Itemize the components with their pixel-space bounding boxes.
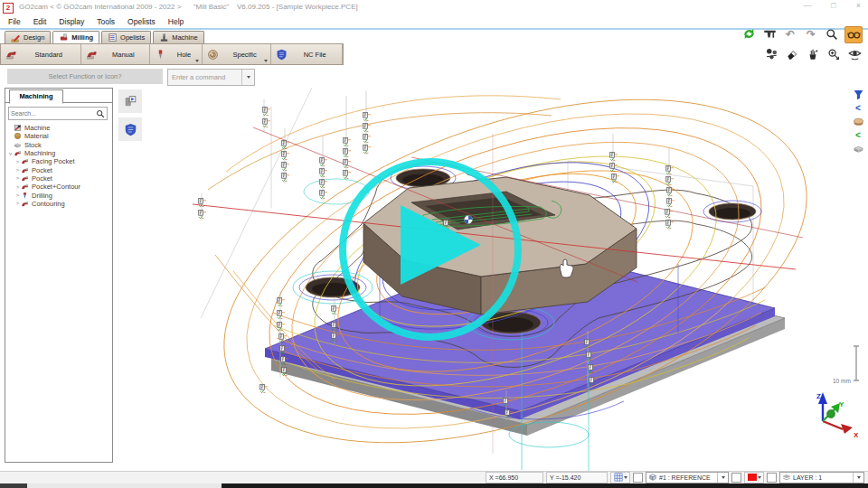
- tree-item-machine[interactable]: Machine: [7, 124, 110, 132]
- menu-tools[interactable]: Tools: [90, 15, 121, 28]
- view-filter-toolbar: < <: [850, 89, 866, 155]
- ribbon-button-standard[interactable]: Standard: [1, 44, 81, 64]
- tree-item-pocket[interactable]: >Pocket: [7, 174, 110, 183]
- operation-marker[interactable]: [320, 168, 327, 176]
- tree-expander-icon[interactable]: >: [14, 159, 21, 164]
- tree-item-pocket[interactable]: >Pocket: [7, 165, 110, 174]
- tree-item-stock[interactable]: Stock: [7, 141, 110, 149]
- timeline-strip-gap: [27, 483, 222, 488]
- timeline-strip-right[interactable]: [222, 483, 868, 488]
- chevron-down-icon[interactable]: [853, 473, 863, 483]
- zoom-extents-button[interactable]: [826, 46, 842, 61]
- menu-display[interactable]: Display: [52, 15, 90, 28]
- plane-selector[interactable]: #1 : REFERENCE: [646, 472, 729, 483]
- chevron-down-icon[interactable]: [195, 60, 199, 62]
- operation-marker[interactable]: [320, 157, 327, 165]
- menu-opelists[interactable]: Opelists: [121, 15, 162, 28]
- chevron-down-icon[interactable]: [241, 70, 254, 85]
- tree-expander-icon[interactable]: v: [7, 151, 14, 156]
- operation-marker[interactable]: [666, 165, 674, 174]
- operation-marker[interactable]: [363, 145, 371, 153]
- minimize-button[interactable]: —: [803, 1, 811, 10]
- operation-marker[interactable]: [278, 297, 285, 305]
- shield-blue-icon: [276, 49, 288, 61]
- operation-marker[interactable]: [320, 190, 327, 198]
- operation-marker[interactable]: [344, 137, 351, 145]
- tab-label: Machine: [172, 33, 197, 42]
- simulation-button[interactable]: [118, 89, 142, 113]
- command-combobox[interactable]: Enter a command: [167, 69, 255, 86]
- show-stock-button[interactable]: [853, 143, 864, 155]
- filter-button[interactable]: [853, 89, 864, 100]
- search-box[interactable]: [8, 107, 108, 120]
- machining-tools-button[interactable]: [763, 46, 779, 61]
- operation-marker[interactable]: [282, 173, 289, 181]
- command-prompt-label: Select Function or Icon?: [7, 69, 163, 84]
- undo-button[interactable]: ↶: [782, 26, 798, 42]
- tree-expander-icon[interactable]: >: [14, 184, 21, 190]
- glasses-icon: [847, 28, 861, 42]
- chevron-down-icon[interactable]: [717, 473, 728, 483]
- tree-expander-icon[interactable]: >: [14, 175, 21, 181]
- operation-marker[interactable]: [666, 176, 674, 184]
- operation-marker[interactable]: [320, 179, 327, 187]
- tree-expander-icon[interactable]: >: [14, 192, 21, 198]
- measure-button[interactable]: [761, 26, 778, 42]
- zoom-button[interactable]: [824, 26, 840, 42]
- nc-shield-button[interactable]: [118, 117, 142, 141]
- plane-checkbox[interactable]: [633, 473, 643, 483]
- ribbon-button-hole[interactable]: Hole: [150, 44, 203, 64]
- chevron-down-icon[interactable]: [264, 60, 268, 62]
- operation-marker[interactable]: [363, 134, 371, 142]
- color-checkbox[interactable]: [731, 473, 741, 483]
- collapse-stock-button[interactable]: <: [855, 129, 861, 141]
- layer-selector[interactable]: LAYER : 1: [779, 472, 864, 483]
- tab-machining[interactable]: Machining: [9, 89, 63, 104]
- tree-item-facing-pocket[interactable]: >Facing Pocket: [7, 157, 110, 165]
- operation-marker[interactable]: [278, 310, 285, 318]
- tab-milling[interactable]: Milling: [52, 31, 99, 43]
- menu-help[interactable]: Help: [162, 15, 190, 28]
- tree-item-pocket-contour[interactable]: >Pocket+Contour: [7, 183, 110, 191]
- view-glasses-button[interactable]: [844, 26, 863, 43]
- cleanup-button[interactable]: [805, 46, 821, 61]
- color-swatch-button[interactable]: [744, 472, 764, 483]
- operation-marker[interactable]: [667, 198, 675, 206]
- eraser-button[interactable]: [784, 46, 800, 61]
- tab-opelists[interactable]: Opelists: [101, 31, 151, 43]
- grid-toggle-button[interactable]: [610, 472, 630, 483]
- tree-expander-icon[interactable]: >: [14, 201, 21, 206]
- show-part-button[interactable]: [853, 116, 864, 127]
- tree-expander-icon[interactable]: >: [14, 167, 21, 173]
- maximize-button[interactable]: □: [831, 1, 835, 10]
- operation-marker[interactable]: [199, 210, 206, 218]
- ribbon-button-nc-file[interactable]: NC File: [271, 44, 343, 64]
- machining-panel: Machining MachineMaterialStockvMachining…: [5, 88, 113, 463]
- operation-marker[interactable]: [666, 220, 674, 228]
- ribbon-button-manual[interactable]: Manual: [81, 44, 151, 64]
- tab-machine[interactable]: Machine: [153, 31, 203, 43]
- tree-item-machining[interactable]: vMachining: [7, 149, 110, 157]
- operation-marker[interactable]: [282, 162, 289, 170]
- tree-item-material[interactable]: Material: [7, 132, 110, 140]
- operation-marker[interactable]: [363, 123, 371, 131]
- tree-item-contouring[interactable]: >Contouring: [7, 200, 110, 208]
- redo-button[interactable]: ↷: [803, 26, 819, 42]
- tree-item-drilling[interactable]: >Drilling: [7, 191, 110, 199]
- menu-file[interactable]: File: [2, 15, 27, 28]
- tab-design[interactable]: Design: [5, 31, 51, 43]
- close-button[interactable]: ×: [856, 1, 861, 10]
- search-input[interactable]: [9, 110, 96, 117]
- operation-marker[interactable]: [282, 151, 289, 159]
- layer-checkbox[interactable]: [767, 473, 777, 483]
- view-rotate-button[interactable]: [846, 46, 863, 61]
- operation-marker[interactable]: [363, 112, 371, 120]
- operation-marker[interactable]: [344, 148, 351, 156]
- regenerate-button[interactable]: [741, 26, 757, 42]
- tree-item-label: Pocket: [32, 174, 52, 183]
- collapse-part-button[interactable]: <: [855, 102, 861, 114]
- operation-marker[interactable]: [344, 170, 351, 178]
- menu-edit[interactable]: Edit: [27, 15, 53, 28]
- ribbon-button-specific[interactable]: Specific: [203, 44, 272, 64]
- ribbon-toolbar: StandardManualHoleSpecificNC File: [0, 43, 344, 65]
